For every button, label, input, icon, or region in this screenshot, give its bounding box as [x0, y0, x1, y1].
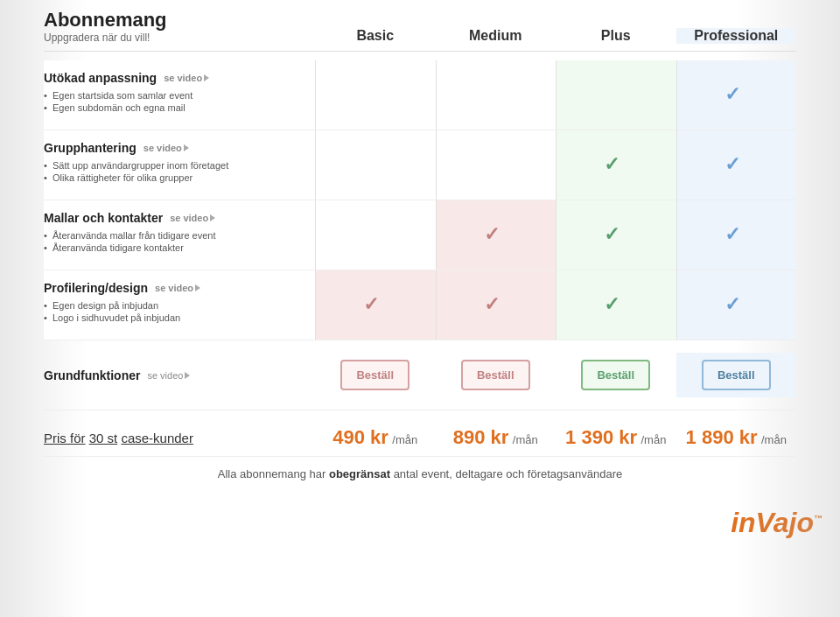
pricing-row: Pris för 30 st case-kunder 490 kr /mån 8… — [44, 410, 796, 457]
grundfunktioner-row: Grundfunktioner se video Beställ Beställ… — [44, 340, 796, 410]
profilering-medium-cell — [436, 270, 556, 340]
bestall-professional-button[interactable]: Beställ — [702, 360, 771, 390]
page-title: Abonnemang — [44, 9, 315, 32]
check-utokad-professional — [724, 83, 749, 108]
feature-grupphantering-bullets: Sätt upp användargrupper inom företaget … — [44, 160, 306, 183]
mallar-plus-cell — [556, 200, 676, 270]
bestall-medium-button[interactable]: Beställ — [461, 360, 530, 390]
plan-header-medium: Medium — [436, 28, 556, 44]
price-medium-unit: /mån — [513, 433, 538, 446]
grundfunktioner-info: Grundfunktioner se video — [44, 368, 315, 382]
feature-mallar-title: Mallar och kontakter se video — [44, 211, 306, 225]
bestall-plus-button[interactable]: Beställ — [581, 360, 650, 390]
bullet-1: Olika rättigheter för olika grupper — [44, 172, 306, 183]
bullet-0: Sätt upp användargrupper inom företaget — [44, 160, 306, 171]
bestall-basic-button[interactable]: Beställ — [340, 360, 410, 390]
check-mallar-medium — [484, 223, 508, 248]
grundfunk-basic-cell: Beställ — [315, 353, 436, 397]
grundfunk-medium-cell: Beställ — [436, 353, 556, 397]
utokad-professional-cell — [676, 60, 797, 130]
check-profilering-professional — [724, 293, 749, 318]
feature-mallar-bullets: Återanvända mallar från tidigare event Å… — [44, 230, 306, 253]
feature-grupphantering-title: Grupphantering se video — [44, 141, 306, 155]
bullet-1: Logo i sidhuvudet på inbjudan — [44, 312, 306, 323]
profilering-professional-cell — [676, 270, 797, 340]
price-medium-amount: 890 kr — [453, 426, 509, 448]
check-mallar-professional — [724, 223, 749, 248]
check-grupphantering-professional — [724, 153, 749, 178]
grundfunk-plus-cell: Beställ — [556, 353, 676, 397]
pricing-count: 30 st — [89, 431, 118, 445]
play-arrow-icon — [184, 144, 189, 151]
pricing-plus: 1 390 kr /mån — [556, 426, 676, 449]
grupphantering-professional-cell — [676, 130, 797, 200]
see-video-profilering[interactable]: se video — [155, 283, 200, 293]
price-plus-amount: 1 390 kr — [565, 426, 637, 448]
mallar-plan-cells — [315, 200, 796, 270]
feature-grupphantering: Grupphantering se video Sätt upp använda… — [44, 130, 796, 200]
header-title-col: Abonnemang Uppgradera när du vill! — [44, 9, 315, 44]
grundfunktioner-title: Grundfunktioner — [44, 368, 140, 382]
mallar-medium-cell — [436, 200, 556, 270]
bullet-1: Återanvända tidigare kontakter — [44, 242, 306, 253]
pricing-basic: 490 kr /mån — [315, 426, 436, 449]
pricing-label: Pris för 30 st case-kunder — [44, 431, 315, 445]
play-arrow-icon — [185, 372, 190, 379]
pricing-professional: 1 890 kr /mån — [676, 426, 797, 449]
play-arrow-icon — [210, 214, 215, 221]
price-professional-amount: 1 890 kr — [686, 426, 758, 448]
feature-utokad: Utökad anpassning se video Egen startsid… — [44, 60, 796, 130]
profilering-basic-cell — [315, 270, 436, 340]
utokad-medium-cell — [436, 60, 556, 130]
check-grupphantering-plus — [604, 153, 628, 178]
page-subtitle: Uppgradera när du vill! — [44, 32, 315, 44]
main-container: Abonnemang Uppgradera när du vill! Basic… — [26, 0, 814, 500]
bullet-0: Egen startsida som samlar event — [44, 90, 306, 101]
feature-mallar: Mallar och kontakter se video Återanvänd… — [44, 200, 796, 270]
feature-profilering-info: Profilering/design se video Egen design … — [44, 270, 315, 340]
footer-note: Alla abonnemang har obegränsat antal eve… — [44, 457, 796, 491]
profilering-plan-cells — [315, 270, 796, 340]
play-arrow-icon — [204, 74, 209, 81]
bullet-1: Egen subdomän och egna mail — [44, 102, 306, 113]
grupphantering-plus-cell — [556, 130, 676, 200]
plan-header-plus: Plus — [556, 28, 676, 44]
utokad-basic-cell — [315, 60, 436, 130]
price-basic-amount: 490 kr — [332, 426, 388, 448]
feature-utokad-bullets: Egen startsida som samlar event Egen sub… — [44, 90, 306, 113]
price-basic-unit: /mån — [392, 433, 417, 446]
utokad-plus-cell — [556, 60, 676, 130]
feature-profilering-bullets: Egen design på inbjudan Logo i sidhuvude… — [44, 300, 306, 323]
mallar-basic-cell — [315, 200, 436, 270]
grundfunktioner-cells: Beställ Beställ Beställ Beställ — [315, 353, 796, 397]
feature-utokad-title: Utökad anpassning se video — [44, 71, 306, 85]
see-video-utokad[interactable]: se video — [164, 73, 209, 83]
feature-mallar-info: Mallar och kontakter se video Återanvänd… — [44, 200, 315, 270]
check-profilering-medium — [484, 293, 508, 318]
feature-profilering-title: Profilering/design se video — [44, 281, 306, 295]
grupphantering-basic-cell — [315, 130, 436, 200]
check-profilering-plus — [604, 293, 628, 318]
pricing-medium: 890 kr /mån — [436, 426, 556, 449]
logo-row: inVajo™ — [0, 500, 840, 539]
price-professional-unit: /mån — [761, 433, 787, 446]
plan-header-professional: Professional — [676, 28, 797, 44]
see-video-grundfunk[interactable]: se video — [147, 370, 190, 381]
header-row: Abonnemang Uppgradera när du vill! Basic… — [44, 9, 796, 52]
check-profilering-basic — [363, 293, 388, 318]
check-mallar-plus — [604, 223, 628, 248]
grupphantering-medium-cell — [436, 130, 556, 200]
see-video-mallar[interactable]: se video — [170, 213, 215, 223]
play-arrow-icon — [195, 284, 200, 291]
bullet-0: Återanvända mallar från tidigare event — [44, 230, 306, 241]
see-video-grupphantering[interactable]: se video — [144, 143, 189, 153]
grundfunk-professional-cell: Beställ — [676, 353, 797, 397]
feature-utokad-info: Utökad anpassning se video Egen startsid… — [44, 60, 315, 130]
feature-grupphantering-info: Grupphantering se video Sätt upp använda… — [44, 130, 315, 200]
utokad-plan-cells — [315, 60, 796, 130]
grupphantering-plan-cells — [315, 130, 796, 200]
plan-header-basic: Basic — [315, 28, 436, 44]
bullet-0: Egen design på inbjudan — [44, 300, 306, 311]
profilering-plus-cell — [556, 270, 676, 340]
price-plus-unit: /mån — [641, 433, 667, 446]
